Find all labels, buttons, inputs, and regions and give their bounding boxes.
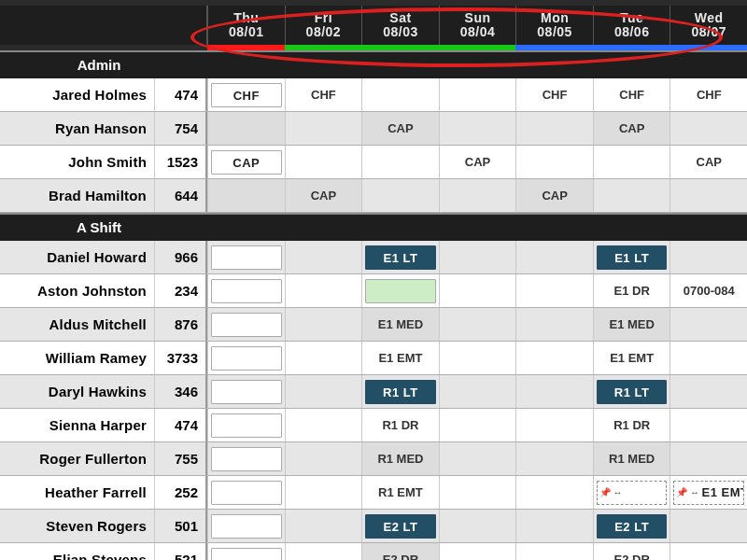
shift-chip[interactable] bbox=[365, 279, 436, 303]
schedule-cell[interactable]: CAP bbox=[515, 179, 593, 212]
schedule-cell[interactable] bbox=[285, 442, 362, 475]
schedule-cell[interactable] bbox=[285, 146, 362, 178]
schedule-cell[interactable]: E1 LT bbox=[593, 241, 670, 273]
shift-chip[interactable] bbox=[211, 413, 282, 438]
schedule-cell[interactable]: CHF bbox=[285, 78, 362, 111]
schedule-cell[interactable]: CAP bbox=[439, 146, 516, 178]
schedule-cell[interactable]: E2 LT bbox=[361, 510, 439, 542]
schedule-cell[interactable] bbox=[439, 308, 516, 341]
schedule-cell[interactable]: E1 EMT bbox=[361, 342, 439, 374]
schedule-cell[interactable] bbox=[515, 409, 593, 441]
schedule-cell[interactable] bbox=[439, 78, 516, 111]
schedule-cell[interactable]: E1 MED bbox=[593, 308, 670, 341]
schedule-cell[interactable]: R1 MED bbox=[593, 442, 670, 475]
schedule-cell[interactable] bbox=[285, 409, 362, 441]
schedule-cell[interactable] bbox=[207, 241, 285, 273]
schedule-cell[interactable] bbox=[285, 510, 362, 542]
day-header-08/01[interactable]: Thu08/01 bbox=[207, 6, 285, 45]
section-header[interactable]: Admin bbox=[0, 50, 747, 78]
schedule-cell[interactable]: E2 DR bbox=[361, 543, 439, 560]
schedule-cell[interactable] bbox=[669, 179, 747, 212]
shift-chip-draft[interactable]: 📌↔E1 EMT bbox=[673, 481, 744, 505]
shift-chip[interactable]: E2 LT bbox=[365, 514, 436, 539]
shift-chip[interactable]: E1 LT bbox=[365, 245, 436, 270]
schedule-cell[interactable]: E1 EMT bbox=[593, 342, 670, 374]
schedule-cell[interactable]: R1 EMT bbox=[361, 476, 439, 509]
employee-name[interactable]: Sienna Harper bbox=[0, 409, 155, 441]
shift-chip[interactable] bbox=[211, 279, 282, 303]
day-header-08/04[interactable]: Sun08/04 bbox=[439, 6, 516, 45]
schedule-cell[interactable]: CHF bbox=[593, 78, 670, 111]
schedule-cell[interactable] bbox=[439, 274, 516, 307]
schedule-cell[interactable] bbox=[285, 112, 362, 145]
schedule-cell[interactable]: R1 DR bbox=[593, 409, 670, 441]
schedule-cell[interactable] bbox=[669, 543, 747, 560]
employee-name[interactable]: Brad Hamilton bbox=[0, 179, 155, 212]
schedule-cell[interactable]: 📌↔E1 EMT bbox=[669, 476, 747, 509]
schedule-cell[interactable] bbox=[207, 274, 285, 307]
schedule-cell[interactable] bbox=[669, 510, 747, 542]
schedule-cell[interactable] bbox=[439, 375, 516, 408]
schedule-cell[interactable] bbox=[515, 510, 593, 542]
schedule-cell[interactable]: CAP bbox=[669, 146, 747, 178]
schedule-cell[interactable]: CAP bbox=[361, 112, 439, 145]
schedule-cell[interactable] bbox=[207, 342, 285, 374]
schedule-cell[interactable] bbox=[515, 146, 593, 178]
schedule-cell[interactable] bbox=[515, 543, 593, 560]
schedule-cell[interactable] bbox=[285, 308, 362, 341]
day-header-08/07[interactable]: Wed08/07 bbox=[669, 6, 747, 45]
schedule-cell[interactable] bbox=[439, 342, 516, 374]
schedule-cell[interactable] bbox=[207, 543, 285, 560]
schedule-cell[interactable]: E1 LT bbox=[361, 241, 439, 273]
schedule-cell[interactable] bbox=[669, 375, 747, 408]
schedule-cell[interactable] bbox=[361, 179, 439, 212]
schedule-cell[interactable] bbox=[515, 476, 593, 509]
shift-chip[interactable] bbox=[211, 380, 282, 404]
schedule-cell[interactable] bbox=[439, 510, 516, 542]
employee-name[interactable]: Aldus Mitchell bbox=[0, 308, 155, 341]
employee-name[interactable]: Ryan Hanson bbox=[0, 112, 155, 145]
schedule-cell[interactable] bbox=[207, 409, 285, 441]
shift-chip[interactable]: CHF bbox=[211, 83, 282, 107]
schedule-cell[interactable] bbox=[439, 409, 516, 441]
employee-name[interactable]: John Smith bbox=[0, 146, 155, 178]
schedule-cell[interactable]: E2 LT bbox=[593, 510, 670, 542]
schedule-cell[interactable] bbox=[207, 179, 285, 212]
schedule-cell[interactable] bbox=[669, 342, 747, 374]
schedule-cell[interactable]: CHF bbox=[207, 78, 285, 111]
schedule-cell[interactable]: E1 DR bbox=[593, 274, 670, 307]
shift-chip[interactable] bbox=[211, 481, 282, 505]
schedule-cell[interactable] bbox=[285, 543, 362, 560]
shift-chip[interactable]: E2 LT bbox=[597, 514, 668, 539]
schedule-cell[interactable] bbox=[207, 375, 285, 408]
schedule-cell[interactable] bbox=[439, 442, 516, 475]
schedule-cell[interactable]: R1 DR bbox=[361, 409, 439, 441]
schedule-cell[interactable] bbox=[285, 241, 362, 273]
day-header-08/06[interactable]: Tue08/06 bbox=[593, 6, 670, 45]
schedule-cell[interactable] bbox=[669, 241, 747, 273]
schedule-cell[interactable]: E1 MED bbox=[361, 308, 439, 341]
day-header-08/05[interactable]: Mon08/05 bbox=[515, 6, 593, 45]
shift-chip[interactable] bbox=[211, 548, 282, 561]
schedule-cell[interactable]: CHF bbox=[515, 78, 593, 111]
schedule-cell[interactable] bbox=[439, 543, 516, 560]
shift-chip[interactable] bbox=[211, 514, 282, 539]
schedule-cell[interactable]: CHF bbox=[669, 78, 747, 111]
schedule-cell[interactable] bbox=[207, 442, 285, 475]
schedule-cell[interactable] bbox=[207, 112, 285, 145]
employee-name[interactable]: Steven Rogers bbox=[0, 510, 155, 542]
schedule-cell[interactable]: R1 LT bbox=[361, 375, 439, 408]
schedule-cell[interactable] bbox=[207, 308, 285, 341]
shift-chip[interactable]: E1 LT bbox=[597, 245, 668, 270]
shift-chip[interactable]: R1 LT bbox=[365, 380, 436, 404]
day-header-08/03[interactable]: Sat08/03 bbox=[361, 6, 439, 45]
schedule-cell[interactable] bbox=[285, 476, 362, 509]
employee-name[interactable]: Roger Fullerton bbox=[0, 442, 155, 475]
schedule-cell[interactable] bbox=[515, 375, 593, 408]
schedule-cell[interactable] bbox=[669, 442, 747, 475]
shift-chip[interactable] bbox=[211, 245, 282, 270]
schedule-cell[interactable] bbox=[515, 342, 593, 374]
employee-name[interactable]: Heather Farrell bbox=[0, 476, 155, 509]
employee-name[interactable]: Jared Holmes bbox=[0, 78, 155, 111]
schedule-cell[interactable] bbox=[207, 476, 285, 509]
